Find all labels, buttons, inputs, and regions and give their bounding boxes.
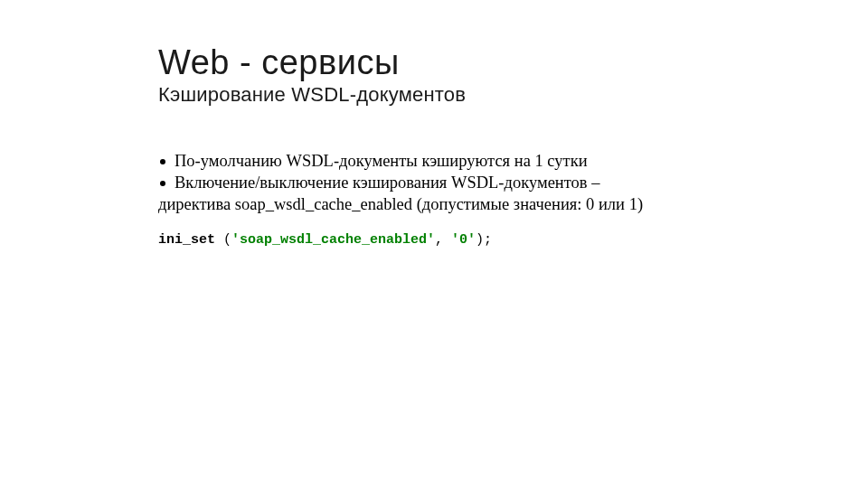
slide-body: По-умолчанию WSDL-документы кэшируются н… bbox=[158, 150, 737, 249]
code-string-arg: '0' bbox=[451, 232, 476, 248]
code-snippet: ini_set ('soap_wsdl_cache_enabled', '0')… bbox=[158, 231, 737, 249]
bullet-list: По-умолчанию WSDL-документы кэшируются н… bbox=[158, 150, 737, 215]
code-close-paren: ); bbox=[476, 232, 492, 248]
code-string-arg: 'soap_wsdl_cache_enabled' bbox=[231, 232, 435, 248]
bullet-text: Включение/выключение кэширования WSDL-до… bbox=[175, 174, 599, 192]
slide-title: Web - сервисы bbox=[158, 45, 868, 81]
code-comma: , bbox=[435, 232, 451, 248]
list-item: По-умолчанию WSDL-документы кэшируются н… bbox=[158, 150, 737, 172]
bullet-text: По-умолчанию WSDL-документы кэшируются н… bbox=[175, 152, 588, 170]
slide: Web - сервисы Кэширование WSDL-документо… bbox=[0, 0, 868, 488]
bullet-continuation: директива soap_wsdl_cache_enabled (допус… bbox=[158, 193, 737, 215]
slide-subtitle: Кэширование WSDL-документов bbox=[158, 83, 868, 107]
code-open-paren: ( bbox=[215, 232, 231, 248]
bullet-icon bbox=[160, 181, 165, 186]
list-item: Включение/выключение кэширования WSDL-до… bbox=[158, 172, 737, 193]
bullet-icon bbox=[160, 159, 165, 164]
code-function: ini_set bbox=[158, 232, 215, 248]
